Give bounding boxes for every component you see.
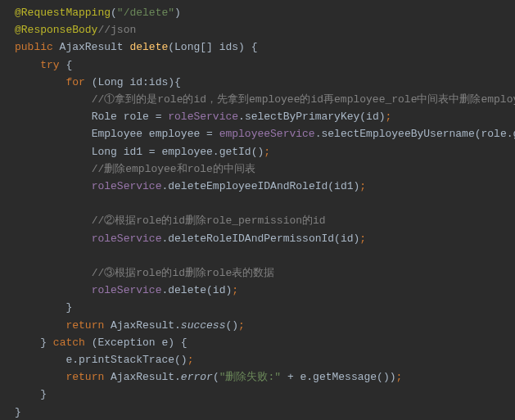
field: roleService <box>168 111 238 123</box>
code-line: roleService.delete(id); <box>15 282 515 299</box>
comment: //①拿到的是role的id，先拿到employee的id再employee_r… <box>92 93 515 106</box>
code-line: try { <box>15 56 515 74</box>
text: AjaxResult. <box>111 319 181 332</box>
comment: //②根据role的id删除role_permission的id <box>92 215 326 227</box>
code-line: } catch (Exception e) { <box>15 334 515 351</box>
keyword: public <box>15 41 60 53</box>
field: roleService <box>92 284 162 296</box>
annotation: @ResponseBody <box>15 24 97 36</box>
code-line: roleService.deleteEmployeeIDAndRoleId(id… <box>15 178 515 195</box>
string-literal: "/delete" <box>117 7 174 19</box>
static-method: error <box>181 371 213 383</box>
brace: } <box>66 301 72 314</box>
text: () <box>225 319 238 332</box>
field: roleService <box>92 180 162 192</box>
comment: //json <box>97 24 136 36</box>
text: .selectEmployeeByUsername(role.getSn()) <box>315 128 515 140</box>
semicolon: ; <box>359 233 366 245</box>
code-line: public AjaxResult delete(Long[] ids) { <box>15 38 515 56</box>
string-literal: "删除失败:" <box>219 371 281 383</box>
text: ( <box>111 7 117 19</box>
text: .deleteEmployeeIDAndRoleId(id1) <box>161 180 359 192</box>
code-line: } <box>15 404 515 420</box>
code-line <box>15 247 515 264</box>
code-line: for (Long id:ids){ <box>15 74 515 91</box>
code-line: return AjaxResult.error("删除失败:" + e.getM… <box>15 368 515 386</box>
text: (Long id:ids){ <box>92 76 181 88</box>
code-line: //②根据role的id删除role_permission的id <box>15 212 515 229</box>
code-line: Role role = roleService.selectByPrimaryK… <box>15 108 515 125</box>
code-line: //①拿到的是role的id，先拿到employee的id再employee_r… <box>15 91 515 108</box>
text: (Exception e) { <box>92 336 187 349</box>
text: Role role = <box>92 111 169 123</box>
keyword: return <box>66 319 111 332</box>
code-line: //删除employee和role的中间表 <box>15 160 515 178</box>
semicolon: ; <box>187 354 194 366</box>
semicolon: ; <box>232 284 238 296</box>
keyword: return <box>66 371 111 383</box>
brace: } <box>40 388 47 400</box>
field: employeeService <box>219 128 315 140</box>
semicolon: ; <box>238 319 245 332</box>
annotation: @RequestMapping <box>15 7 111 19</box>
text: .deleteRoleIDAndPermissonId(id) <box>161 233 359 245</box>
brace: { <box>66 59 72 71</box>
code-line: Long id1 = employee.getId(); <box>15 143 515 160</box>
text: (Long[] ids) { <box>168 41 257 53</box>
code-line: e.printStackTrace(); <box>15 351 515 368</box>
static-method: success <box>181 319 226 332</box>
semicolon: ; <box>264 146 270 158</box>
type: AjaxResult <box>60 41 130 53</box>
text: e.printStackTrace() <box>66 354 187 366</box>
text: AjaxResult. <box>111 371 181 383</box>
comment: //删除employee和role的中间表 <box>92 163 255 175</box>
code-line: } <box>15 299 515 316</box>
keyword: try <box>40 59 66 71</box>
code-line: roleService.deleteRoleIDAndPermissonId(i… <box>15 230 515 247</box>
semicolon: ; <box>396 371 403 383</box>
code-line: @RequestMapping("/delete") <box>15 4 515 21</box>
keyword: for <box>66 76 91 88</box>
text: ) <box>174 7 181 19</box>
text: .delete(id) <box>161 284 232 296</box>
text: } <box>40 336 53 349</box>
code-line: @ResponseBody//json <box>15 21 515 38</box>
method-name: delete <box>129 41 168 53</box>
text: Long id1 = employee.getId() <box>92 146 264 158</box>
field: roleService <box>92 233 162 245</box>
text: Employee employee = <box>92 128 219 140</box>
code-line <box>15 195 515 212</box>
keyword: catch <box>53 336 92 349</box>
code-line: return AjaxResult.success(); <box>15 317 515 334</box>
code-line: } <box>15 386 515 403</box>
semicolon: ; <box>386 111 392 123</box>
code-line: Employee employee = employeeService.sele… <box>15 125 515 142</box>
code-line: //③根据role的id删除role表的数据 <box>15 264 515 282</box>
comment: //③根据role的id删除role表的数据 <box>92 267 275 279</box>
text: + e.getMessage()) <box>281 371 395 383</box>
code-editor[interactable]: @RequestMapping("/delete") @ResponseBody… <box>15 4 515 420</box>
semicolon: ; <box>359 180 366 192</box>
brace: } <box>15 406 21 418</box>
text: ( <box>213 371 219 383</box>
text: .selectByPrimaryKey(id) <box>238 111 385 123</box>
